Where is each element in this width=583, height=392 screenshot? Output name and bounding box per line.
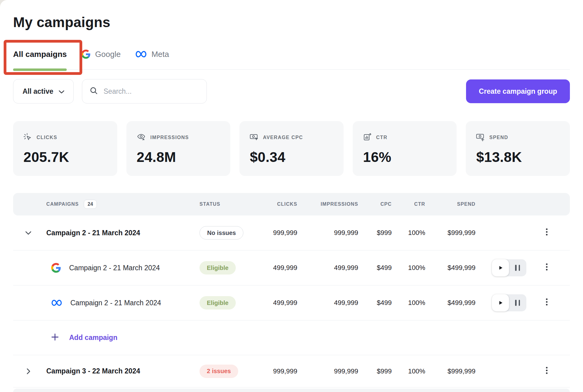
clicks-value: 999,999: [252, 229, 297, 237]
google-icon: [51, 263, 61, 273]
cpc-value: $499: [358, 264, 392, 272]
tab-all-campaigns[interactable]: All campaigns: [13, 43, 67, 69]
page-title: My campaigns: [13, 13, 570, 31]
column-impressions: IMPRESSIONS: [297, 201, 358, 207]
spend-icon: [476, 133, 485, 142]
clicks-value: 499,999: [252, 264, 297, 272]
stat-label: IMPRESSIONS: [150, 135, 189, 140]
platform-tabs: All campaigns Google: [13, 43, 570, 70]
impressions-icon: [137, 133, 146, 142]
next-section-peek: [13, 389, 570, 392]
stat-card-average-cpc: AVERAGE CPC $0.34: [239, 121, 344, 176]
spend-value: $499,999: [425, 264, 475, 272]
stat-card-impressions: IMPRESSIONS 24.8M: [126, 121, 231, 176]
column-ctr: CTR: [392, 201, 425, 207]
column-status: STATUS: [177, 201, 252, 207]
expand-chevron-icon[interactable]: [13, 368, 36, 374]
clicks-icon: [23, 133, 32, 142]
spend-value: $999,999: [425, 229, 475, 237]
tab-google-label: Google: [95, 49, 121, 59]
campaign-name[interactable]: Campaign 2 - 21 March 2024: [69, 264, 160, 272]
impressions-value: 999,999: [297, 367, 358, 375]
ctr-value: 100%: [392, 367, 425, 375]
stat-value: $0.34: [250, 149, 333, 165]
status-badge: 2 issues: [200, 365, 238, 378]
ctr-value: 100%: [392, 229, 425, 237]
table-header: CAMPAIGNS 24 STATUS CLICKS IMPRESSIONS C…: [13, 193, 570, 215]
average-cpc-icon: [250, 133, 258, 142]
cpc-value: $999: [358, 367, 392, 375]
spend-value: $499,999: [425, 299, 475, 307]
table-row: Campaign 2 - 21 March 2024 Eligible 499,…: [13, 250, 570, 285]
tab-google[interactable]: Google: [81, 43, 121, 69]
stat-card-spend: SPEND $13.8K: [466, 121, 570, 176]
stat-label: AVERAGE CPC: [263, 135, 303, 140]
status-badge: No issues: [200, 226, 243, 240]
stat-value: 24.8M: [137, 149, 220, 165]
play-pause-toggle: [492, 294, 526, 311]
status-filter-dropdown[interactable]: All active: [13, 79, 74, 103]
add-campaign-label[interactable]: Add campaign: [69, 334, 117, 342]
cpc-value: $999: [358, 229, 392, 237]
campaign-name[interactable]: Campaign 2 - 21 March 2024: [70, 299, 161, 307]
stat-value: $13.8K: [476, 149, 560, 165]
column-spend: SPEND: [425, 201, 475, 207]
add-campaign-row[interactable]: Add campaign: [13, 320, 570, 355]
stat-value: 16%: [363, 149, 447, 165]
kebab-menu-icon[interactable]: [542, 365, 551, 378]
kebab-menu-icon[interactable]: [542, 261, 551, 275]
column-campaigns: CAMPAIGNS: [46, 201, 79, 207]
google-icon: [81, 50, 90, 59]
clicks-value: 499,999: [252, 299, 297, 307]
status-badge: Eligible: [200, 296, 236, 310]
stat-label: CTR: [376, 135, 387, 140]
cpc-value: $499: [358, 299, 392, 307]
play-pause-toggle: [492, 259, 526, 276]
column-cpc: CPC: [358, 201, 392, 207]
search-box[interactable]: [82, 79, 207, 103]
status-filter-value: All active: [23, 87, 53, 96]
meta-icon: [51, 299, 62, 306]
play-button[interactable]: [492, 259, 509, 276]
clicks-value: 999,999: [252, 367, 297, 375]
ctr-value: 100%: [392, 264, 425, 272]
search-icon: [90, 86, 98, 96]
impressions-value: 999,999: [297, 229, 358, 237]
ctr-value: 100%: [392, 299, 425, 307]
pause-button[interactable]: [509, 300, 526, 306]
tab-all-campaigns-label: All campaigns: [13, 49, 67, 59]
play-button[interactable]: [492, 294, 509, 311]
tab-meta[interactable]: Meta: [135, 43, 169, 69]
meta-icon: [135, 50, 147, 58]
stat-value: 205.7K: [23, 149, 107, 165]
impressions-value: 499,999: [297, 264, 358, 272]
campaigns-page: My campaigns All campaigns Google: [0, 0, 583, 392]
stat-card-ctr: CTR 16%: [353, 121, 457, 176]
tab-meta-label: Meta: [151, 49, 169, 59]
table-row: Campaign 2 - 21 March 2024 Eligible 499,…: [13, 285, 570, 320]
campaigns-table: CAMPAIGNS 24 STATUS CLICKS IMPRESSIONS C…: [13, 193, 570, 392]
stat-label: CLICKS: [37, 135, 57, 140]
column-clicks: CLICKS: [252, 201, 297, 207]
kebab-menu-icon[interactable]: [542, 296, 551, 310]
campaign-group-name[interactable]: Campaign 3 - 22 March 2024: [36, 367, 140, 375]
campaign-count-badge: 24: [84, 200, 97, 209]
ctr-icon: [363, 133, 372, 142]
spend-value: $999,999: [425, 367, 475, 375]
campaign-group-name[interactable]: Campaign 2 - 21 March 2024: [36, 229, 140, 237]
kebab-menu-icon[interactable]: [542, 226, 551, 240]
collapse-chevron-icon[interactable]: [13, 231, 36, 235]
table-row: Campaign 3 - 22 March 2024 2 issues 999,…: [13, 355, 570, 387]
status-badge: Eligible: [200, 261, 236, 275]
search-input[interactable]: [103, 87, 199, 96]
plus-icon: [51, 333, 59, 342]
stat-card-clicks: CLICKS 205.7K: [13, 121, 117, 176]
stat-label: SPEND: [489, 135, 508, 140]
stats-summary: CLICKS 205.7K IMPRESSIONS 24.8M: [13, 121, 570, 176]
create-campaign-group-button[interactable]: Create campaign group: [466, 79, 570, 103]
chevron-down-icon: [59, 87, 64, 96]
filter-toolbar: All active Create campaign group: [13, 79, 570, 103]
table-row: Campaign 2 - 21 March 2024 No issues 999…: [13, 215, 570, 250]
pause-button[interactable]: [509, 265, 526, 271]
impressions-value: 499,999: [297, 299, 358, 307]
